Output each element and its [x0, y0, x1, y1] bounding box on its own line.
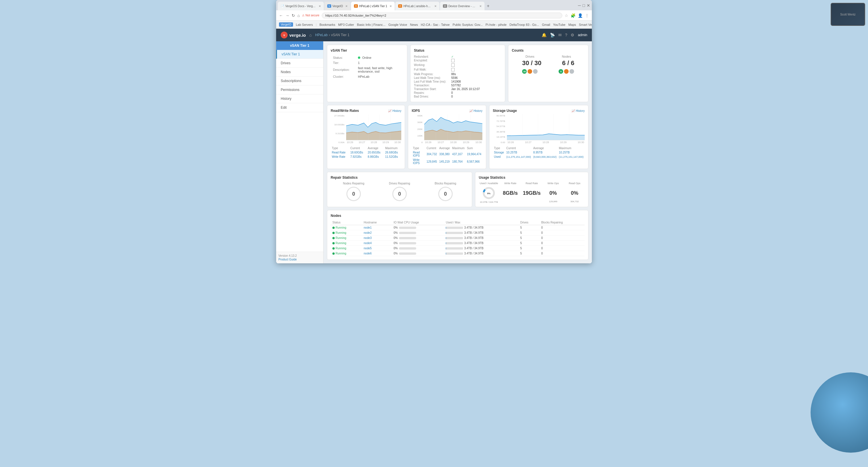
- write-iops-label[interactable]: Write IOPS: [412, 158, 425, 165]
- bookmark-star-icon[interactable]: ☆: [565, 13, 568, 18]
- sidebar-item-subscriptions[interactable]: Subscriptions: [276, 76, 323, 86]
- sidebar-item-vsan-tier-1[interactable]: vSAN Tier 1: [276, 50, 323, 59]
- rss-icon[interactable]: 📡: [550, 33, 555, 37]
- node-hostname-3[interactable]: node4: [362, 241, 392, 246]
- nodes-card: Nodes Status Hostname IO Wait CPU Usage …: [327, 210, 588, 260]
- node-hostname-2[interactable]: node3: [362, 235, 392, 241]
- working-value: [451, 63, 455, 67]
- sidebar-title: vSAN Tier 1: [276, 41, 323, 50]
- status-running-indicator-2: Running: [332, 236, 360, 239]
- sidebar-item-nodes[interactable]: Nodes: [276, 68, 323, 76]
- write-rate-label[interactable]: Write Rate: [331, 155, 349, 159]
- read-rate-average: 20.65GBs: [367, 150, 384, 155]
- tab-close-4[interactable]: ✕: [434, 5, 437, 8]
- bookmark-delta[interactable]: DeltaTroop 83 - Go...: [509, 23, 539, 26]
- storage-average: 8.95TB: [532, 150, 558, 155]
- close-button[interactable]: ✕: [587, 3, 590, 8]
- tab-close-1[interactable]: ✕: [319, 5, 321, 8]
- tab-close-2[interactable]: ✕: [345, 5, 348, 8]
- question-icon[interactable]: ?: [565, 33, 567, 37]
- repairs-value: 0: [451, 91, 453, 94]
- bookmark-item-lab-servers[interactable]: VergeIO: [279, 22, 293, 27]
- vsan-tier-card: vSAN Tier Status: Online: [327, 45, 407, 102]
- drives-value: 30 / 30: [522, 59, 541, 67]
- sidebar-item-history[interactable]: History: [276, 94, 323, 103]
- used-maximum: (11,275,151,147,000): [558, 155, 585, 159]
- cluster-value: HPeLab: [356, 74, 403, 79]
- bookmark-item-lab-servers-2[interactable]: Lab Servers: [296, 23, 313, 26]
- node-hostname-5[interactable]: node6: [362, 251, 392, 256]
- read-rate-label[interactable]: Read Rate: [331, 150, 349, 155]
- reload-button[interactable]: ↻: [291, 13, 295, 18]
- breadcrumb-home[interactable]: HPeLab: [315, 33, 328, 37]
- read-write-chart-card: Read/Write Rates 📈 History 27.94GBs 18.6…: [327, 105, 405, 169]
- tab-close-3[interactable]: ✕: [390, 5, 392, 8]
- bookmark-pihole[interactable]: Pi-hole - pihole: [486, 23, 507, 26]
- used-label[interactable]: Used: [493, 155, 505, 159]
- storage-history-button[interactable]: 📈 History: [571, 109, 585, 112]
- read-iops-label[interactable]: Read IOPS: [412, 150, 425, 158]
- node-blocks-2: 0: [539, 235, 585, 241]
- minimize-button[interactable]: ─: [578, 3, 581, 8]
- sidebar-item-drives[interactable]: Drives: [276, 59, 323, 68]
- bookmark-smart[interactable]: Smart Vents and Wi...: [579, 23, 592, 26]
- bookmark-mp3[interactable]: MP3 Cutter: [338, 23, 354, 26]
- node-status-4: Running: [331, 246, 362, 251]
- encrypted-label: Encrypted:: [414, 59, 451, 63]
- product-guide-link[interactable]: Product Guide: [278, 258, 321, 261]
- email-icon[interactable]: ✉: [558, 33, 562, 37]
- node-status-0: Running: [331, 225, 362, 230]
- bookmark-gvoice[interactable]: Google Voice: [389, 23, 407, 26]
- nodes-dot-orange: [564, 69, 569, 74]
- bookmark-surplus[interactable]: Public Surplus: Gov...: [453, 23, 483, 26]
- node-hostname-4[interactable]: node5: [362, 246, 392, 251]
- node-blocks-1: 0: [539, 230, 585, 235]
- bookmark-gmail[interactable]: Gmail: [542, 23, 550, 26]
- forward-button[interactable]: →: [285, 13, 289, 18]
- rw-col-type: Type: [331, 146, 349, 150]
- bookmark-news[interactable]: News: [410, 23, 418, 26]
- menu-icon[interactable]: ⋮: [585, 13, 589, 18]
- browser-tab-1[interactable]: 📄 VergeOS Docs - VergeOS Docs ✕: [278, 2, 324, 10]
- iops-y-4: 100K: [412, 135, 423, 137]
- nodes-label: Nodes: [562, 55, 571, 58]
- storage-label[interactable]: Storage: [493, 150, 505, 155]
- maximize-button[interactable]: □: [583, 3, 585, 8]
- nodes-col-iowait: IO Wait CPU Usage: [392, 220, 444, 225]
- admin-label[interactable]: admin: [578, 33, 587, 37]
- tab-close-5[interactable]: ✕: [479, 5, 482, 8]
- bookmark-youtube[interactable]: YouTube: [553, 23, 565, 26]
- bookmark-maps[interactable]: Maps: [568, 23, 576, 26]
- browser-tab-2[interactable]: V VergeIO ✕: [324, 2, 350, 10]
- nodes-repairing-section: Nodes Repairing 0: [331, 182, 377, 201]
- bookmark-finance[interactable]: Basic Info | Financ...: [357, 23, 385, 26]
- storage-maximum: 10.25TB: [558, 150, 585, 155]
- sidebar-item-edit[interactable]: Edit: [276, 103, 323, 112]
- back-button[interactable]: ←: [279, 13, 283, 18]
- extensions-icon[interactable]: 🧩: [570, 13, 576, 18]
- read-ops-sub: 304,732: [564, 200, 585, 203]
- new-tab-button[interactable]: +: [485, 3, 491, 9]
- home-button[interactable]: ⌂: [298, 13, 300, 18]
- bookmark-bookmarks[interactable]: Bookmarks: [319, 23, 335, 26]
- read-write-history-button[interactable]: 📈 History: [388, 109, 401, 112]
- node-iowait-3: 0%: [392, 241, 444, 246]
- node-hostname-1[interactable]: node2: [362, 230, 392, 235]
- profile-icon[interactable]: 👤: [578, 13, 583, 18]
- write-rate-label: Write Rate: [500, 182, 521, 185]
- breadcrumb-current: vSAN Tier 1: [331, 33, 349, 37]
- status-running-indicator-3: Running: [332, 241, 360, 245]
- browser-tab-3[interactable]: H HPeLab | vSAN Tier 1 ✕: [351, 2, 395, 10]
- iops-chart-area: [424, 114, 482, 140]
- bookmark-h2ca[interactable]: H2-CA - Sac - Tahoe: [421, 23, 450, 26]
- url-input[interactable]: [322, 12, 562, 19]
- browser-tab-4[interactable]: H HPeLab | ansible-hp Console ✕: [395, 2, 440, 10]
- settings-icon[interactable]: ⚙: [570, 33, 575, 37]
- blocks-repairing-label: Blocks Repairing: [423, 182, 468, 185]
- browser-tab-5[interactable]: D Device Overview - Device... ✕: [440, 2, 485, 10]
- bell-icon[interactable]: 🔔: [541, 33, 547, 37]
- iops-history-button[interactable]: 📈 History: [469, 109, 483, 112]
- node-hostname-0[interactable]: node1: [362, 225, 392, 230]
- nodes-dot-green: 6: [559, 69, 563, 74]
- sidebar-item-permissions[interactable]: Permissions: [276, 86, 323, 94]
